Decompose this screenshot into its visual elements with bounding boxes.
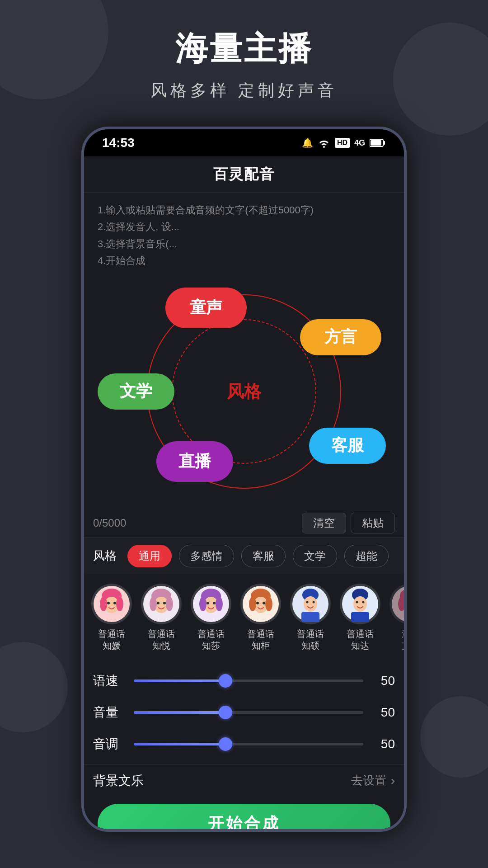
sub-title: 风格多样 定制好声音 [0,80,488,102]
speed-value: 50 [372,674,395,688]
chevron-right-icon: › [391,774,395,788]
svg-point-23 [213,602,216,604]
speed-label: 语速 [93,672,125,689]
volume-track[interactable] [134,711,363,714]
svg-point-22 [206,602,209,604]
voice-avatar-zhiyuan[interactable]: 普通话知媛 [91,584,132,651]
pitch-value: 50 [372,737,395,751]
action-buttons: 清空 粘贴 [302,513,395,533]
bg-music-right: 去设置 › [351,773,395,788]
svg-point-33 [304,596,317,612]
pitch-slider-row: 音调 50 [93,728,395,760]
app-title: 百灵配音 [213,165,275,184]
status-time: 14:53 [102,136,135,150]
avatar-circle-1 [91,584,132,624]
svg-point-35 [306,601,309,603]
avatar-circle-2 [141,584,182,624]
app-content: 1.输入或粘贴需要合成音频的文字(不超过5000字) 2.选择发音人, 设...… [84,193,404,832]
bubble-kefu[interactable]: 客服 [309,428,386,464]
bg-music-label: 背景文乐 [93,772,144,789]
filter-tag-kefu[interactable]: 客服 [241,545,286,567]
pitch-track[interactable] [134,743,363,745]
voice-avatar-zhigui[interactable]: 普通话知柜 [240,584,281,651]
bubble-wenxue[interactable]: 文学 [98,373,174,410]
voice-label-5: 普通话知硕 [297,628,324,651]
speed-fill [134,679,225,682]
start-btn-text: 开始合成 [208,813,280,832]
speed-track[interactable] [134,679,363,682]
svg-point-29 [256,602,259,604]
slider-section: 语速 50 音量 50 音调 [84,660,404,764]
svg-point-7 [116,597,123,611]
instruction-line3: 3.选择背景音乐(... [98,236,390,252]
volume-thumb[interactable] [219,706,232,719]
svg-rect-2 [371,140,381,146]
avatar-circle-5 [290,584,331,624]
voice-avatar-wenai[interactable]: 温...艾... [389,584,404,651]
voice-label-1: 普通话知媛 [98,628,125,651]
svg-point-16 [163,602,166,604]
volume-fill [134,711,225,714]
voice-label-3: 普通话知莎 [197,628,225,651]
style-wheel: 风格 童声 方言 文学 直播 客服 [84,274,404,509]
phone-frame: 14:53 🔔 HD 4G 百灵配音 1.输入或粘贴需要合成音 [81,127,407,832]
speed-slider-row: 语速 50 [93,665,395,697]
app-titlebar: 百灵配音 [84,156,404,193]
char-count: 0/5000 [93,517,126,529]
voice-label-7: 温...艾... [402,628,404,651]
svg-point-21 [216,597,223,611]
style-center-label: 风格 [227,380,261,403]
volume-value: 50 [372,705,395,720]
svg-point-20 [199,597,206,611]
text-area-bottom: 0/5000 清空 粘贴 [84,509,404,537]
start-synthesis-btn[interactable]: 开始合成 [98,804,390,832]
voice-avatar-zhiyue[interactable]: 普通话知悦 [141,584,182,651]
header-section: 海量主播 风格多样 定制好声音 [0,0,488,102]
svg-point-8 [107,602,110,604]
voice-avatar-zhishuo[interactable]: 普通话知硕 [290,584,331,651]
svg-rect-34 [301,612,319,622]
avatar-circle-4 [240,584,281,624]
svg-point-42 [362,601,365,603]
filter-tag-wenxue[interactable]: 文学 [293,545,337,567]
4g-icon: 4G [354,138,365,148]
svg-point-15 [157,602,160,604]
voice-avatar-zhida[interactable]: 普通话知达 [340,584,380,651]
main-title: 海量主播 [0,27,488,71]
svg-point-39 [353,596,367,612]
voice-label-2: 普通话知悦 [148,628,175,651]
pitch-fill [134,743,225,745]
svg-point-30 [263,602,265,604]
bubble-fangyan[interactable]: 方言 [300,319,381,355]
vibrate-icon: 🔔 [302,137,313,148]
clear-btn[interactable]: 清空 [302,513,346,533]
status-icons: 🔔 HD 4G [302,137,386,148]
voice-label-4: 普通话知柜 [247,628,274,651]
pitch-thumb[interactable] [219,737,232,751]
filter-tag-duoganqing[interactable]: 多感情 [179,545,234,567]
svg-rect-1 [383,141,385,145]
bg-music-row: 背景文乐 去设置 › [84,764,404,797]
avatar-circle-3 [191,584,231,624]
bubble-tongsheng[interactable]: 童声 [165,288,247,328]
instructions-area: 1.输入或粘贴需要合成音频的文字(不超过5000字) 2.选择发音人, 设...… [84,193,404,274]
filter-tag-tongyong[interactable]: 通用 [127,545,172,567]
speed-thumb[interactable] [219,674,232,688]
bg-music-action[interactable]: 去设置 [351,773,386,788]
svg-point-14 [166,597,173,611]
svg-point-6 [100,597,107,611]
voice-label-6: 普通话知达 [347,628,374,651]
svg-point-41 [356,601,358,603]
start-btn-area: 开始合成 [84,797,404,832]
voice-avatar-zhisha[interactable]: 普通话知莎 [191,584,231,651]
filter-tag-chao[interactable]: 超能 [344,545,389,567]
paste-btn[interactable]: 粘贴 [351,513,395,533]
voice-avatars-row: 普通话知媛 普通话知悦 [84,575,404,660]
instruction-line2: 2.选择发音人, 设... [98,218,390,235]
bubble-zhibo[interactable]: 直播 [156,441,233,482]
svg-point-36 [313,601,315,603]
battery-icon [370,138,386,147]
avatar-circle-6 [340,584,380,624]
pitch-label: 音调 [93,736,125,753]
volume-slider-row: 音量 50 [93,697,395,728]
